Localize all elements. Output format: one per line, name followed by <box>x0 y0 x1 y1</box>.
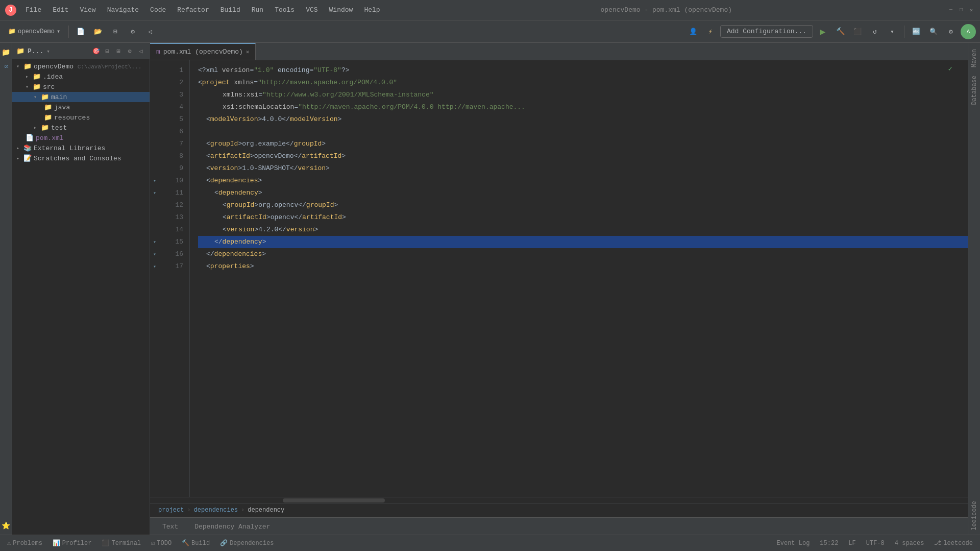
menu-edit[interactable]: Edit <box>47 4 74 16</box>
tree-item-external-libs[interactable]: ▸ 📚 External Libraries <box>12 143 150 153</box>
locate-file-icon[interactable]: 🎯 <box>91 46 101 56</box>
tree-item-main[interactable]: ▾ 📁 main <box>12 92 150 102</box>
build-item[interactable]: 🔨 Build <box>179 538 213 548</box>
new-file-icon[interactable]: 📄 <box>73 24 88 39</box>
terminal-label: Terminal <box>111 540 141 547</box>
project-view-icon[interactable]: 📁 <box>1 47 11 57</box>
settings-icon[interactable]: ⚙ <box>125 24 140 39</box>
menu-help[interactable]: Help <box>359 4 385 16</box>
branch-icon: ⎇ <box>934 539 941 547</box>
tab-dependency-analyzer[interactable]: Dependency Analyzer <box>186 519 278 534</box>
scrollbar-thumb-h[interactable] <box>283 498 385 502</box>
settings-gear-icon[interactable]: ⚙ <box>943 24 959 39</box>
gutter-fold-17[interactable]: ▾ <box>153 260 156 273</box>
hide-panel-icon[interactable]: ◁ <box>142 24 158 39</box>
avatar-icon[interactable]: A <box>961 24 976 39</box>
tree-item-idea[interactable]: ▸ 📁 .idea <box>12 71 150 82</box>
code-line-15: </dependency> <box>198 236 968 248</box>
menu-window[interactable]: Window <box>324 4 358 16</box>
menu-file[interactable]: File <box>20 4 46 16</box>
tree-item-root[interactable]: ▾ 📁 opencvDemo C:\Java\Project\... <box>12 61 150 71</box>
gutter-fold-11[interactable]: ▾ <box>153 187 156 199</box>
main-area: 📁 S ⭐ 📁 P... ▾ 🎯 ⊟ ⊞ ⚙ ◁ ▾ 📁 open <box>0 43 980 535</box>
collapse-all-tree-icon[interactable]: ⊟ <box>103 46 112 56</box>
search-everywhere-icon[interactable]: 🔍 <box>926 24 941 39</box>
src-label: src <box>43 83 55 91</box>
code-content[interactable]: <?xml version="1.0" encoding="UTF-8"?> <… <box>190 60 968 497</box>
vcs-icon[interactable]: 👤 <box>685 24 701 39</box>
favorites-icon[interactable]: ⭐ <box>1 520 11 531</box>
time-item: 15:22 <box>817 539 841 548</box>
terminal-item[interactable]: ⬛ Terminal <box>99 538 144 548</box>
tree-item-pom[interactable]: 📄 pom.xml <box>12 133 150 143</box>
indent-label: 4 spaces <box>895 540 924 547</box>
breadcrumb-dependencies[interactable]: dependencies <box>194 507 238 514</box>
sidebar-leeicode[interactable]: leeicode <box>969 497 980 535</box>
tree-item-src[interactable]: ▾ 📁 src <box>12 82 150 92</box>
sidebar-database[interactable]: Database <box>969 71 980 109</box>
test-folder-icon: 📁 <box>41 124 49 132</box>
gutter-fold-15[interactable]: ▾ <box>153 236 156 248</box>
expand-all-tree-icon[interactable]: ⊞ <box>114 46 123 56</box>
translate-icon[interactable]: 🔤 <box>909 24 924 39</box>
menu-view[interactable]: View <box>75 4 101 16</box>
reload-button[interactable]: ↺ <box>867 24 883 39</box>
run-button[interactable]: ▶ <box>815 24 830 39</box>
resources-label: resources <box>54 114 90 122</box>
lightning-icon[interactable]: ⚡ <box>703 24 718 39</box>
stop-button[interactable]: ⬛ <box>850 24 865 39</box>
tree-settings-icon[interactable]: ⚙ <box>125 46 134 56</box>
breadcrumb-project[interactable]: project <box>158 507 184 514</box>
close-button[interactable]: ✕ <box>968 7 975 14</box>
breadcrumb-dependency[interactable]: dependency <box>248 507 284 514</box>
line-ending-item[interactable]: LF <box>845 539 859 548</box>
maximize-button[interactable]: □ <box>958 7 965 14</box>
menu-run[interactable]: Run <box>247 4 268 16</box>
gutter-fold-16[interactable]: ▾ <box>153 248 156 260</box>
tree-item-scratches[interactable]: ▸ 📝 Scratches and Consoles <box>12 153 150 163</box>
pom-label: pom.xml <box>36 134 64 142</box>
tree-item-java[interactable]: 📁 java <box>12 102 150 112</box>
event-log-item[interactable]: Event Log <box>774 539 813 548</box>
dependencies-item[interactable]: 🔗 Dependencies <box>217 538 277 548</box>
branch-item[interactable]: ⎇ leetcode <box>931 538 976 548</box>
run-config-dropdown[interactable]: ▾ <box>885 24 900 39</box>
tree-item-test[interactable]: ▸ 📁 test <box>12 123 150 133</box>
menu-vcs[interactable]: VCS <box>301 4 323 16</box>
tab-text[interactable]: Text <box>154 519 186 534</box>
profiler-item[interactable]: 📊 Profiler <box>50 538 95 548</box>
horizontal-scrollbar[interactable] <box>150 497 968 503</box>
tab-close-button[interactable]: ✕ <box>246 49 250 55</box>
breadcrumb-sep-2: › <box>241 507 244 514</box>
encoding-item[interactable]: UTF-8 <box>863 539 888 548</box>
project-selector[interactable]: 📁 opencvDemo ▾ <box>4 26 64 37</box>
problems-item[interactable]: ⚠ Problems <box>4 538 45 548</box>
status-bar: ⚠ Problems 📊 Profiler ⬛ Terminal ☑ TODO … <box>0 535 980 551</box>
add-configuration-button[interactable]: Add Configuration... <box>720 25 813 38</box>
open-folder-icon[interactable]: 📂 <box>90 24 106 39</box>
structure-icon[interactable]: S <box>1 61 11 71</box>
minimize-button[interactable]: ─ <box>947 7 954 14</box>
gutter-fold-10[interactable]: ▾ <box>153 175 156 187</box>
right-sidebar: Maven Database leeicode <box>968 43 980 535</box>
tab-pom-xml[interactable]: m pom.xml (opencvDemo) ✕ <box>150 43 256 60</box>
indent-item[interactable]: 4 spaces <box>892 539 927 548</box>
menu-navigate[interactable]: Navigate <box>102 4 144 16</box>
tab-label: pom.xml (opencvDemo) <box>163 48 243 56</box>
build-label: Build <box>191 540 210 547</box>
window-controls: ─ □ ✕ <box>947 7 975 14</box>
code-line-4: xsi:schemaLocation="http://maven.apache.… <box>198 101 968 113</box>
build-button[interactable]: 🔨 <box>832 24 848 39</box>
menu-code[interactable]: Code <box>145 4 171 16</box>
ext-arrow: ▸ <box>16 145 23 151</box>
menu-refactor[interactable]: Refactor <box>172 4 214 16</box>
menu-build[interactable]: Build <box>215 4 246 16</box>
code-line-12: <groupId>org.opencv</groupId> <box>198 199 968 211</box>
tree-item-resources[interactable]: 📁 resources <box>12 112 150 123</box>
sidebar-maven[interactable]: Maven <box>969 45 980 71</box>
collapse-all-icon[interactable]: ⊟ <box>108 24 123 39</box>
todo-item[interactable]: ☑ TODO <box>148 538 175 548</box>
menu-tools[interactable]: Tools <box>270 4 300 16</box>
code-line-3: xmlns:xsi="http://www.w3.org/2001/XMLSch… <box>198 89 968 101</box>
hide-project-panel-icon[interactable]: ◁ <box>136 46 145 56</box>
